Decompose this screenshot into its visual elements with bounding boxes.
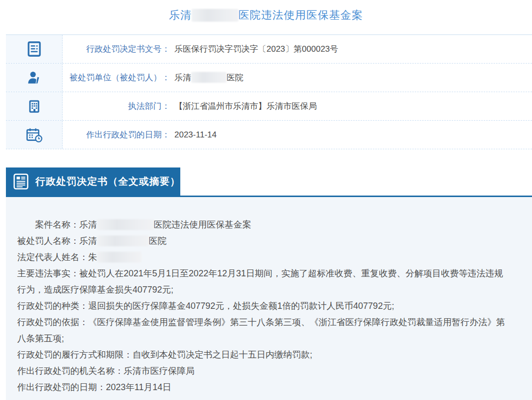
page-title: 乐清医院违法使用医保基金案 — [0, 7, 532, 23]
row-icon-cell — [6, 92, 63, 120]
row-value: 【浙江省温州市乐清市】乐清市医保局 — [174, 100, 317, 112]
facts-line: 主要违法事实：被处罚人在2021年5月1日至2022年12月31日期间，实施了超… — [17, 266, 505, 298]
redacted-text — [191, 72, 227, 83]
table-row: 被处罚单位（被处罚人）： 乐清医院 — [6, 64, 532, 92]
row-label: 执法部门： — [63, 100, 170, 112]
redacted-text — [192, 9, 238, 22]
row-value: 乐医保行罚决字罚决字〔2023〕第000023号 — [174, 43, 338, 55]
row-label: 作出行政处罚的日期： — [63, 129, 170, 140]
fulfillment-line: 行政处罚的履行方式和期限：自收到本处罚决定书之日起十五日内缴纳罚款; — [17, 347, 505, 363]
penalty-basis-line: 行政处罚的依据：《医疗保障基金使用监督管理条例》第三十八条第三项、《浙江省医疗保… — [17, 314, 505, 347]
redacted-text — [97, 219, 154, 230]
case-name-line: 案件名称：乐清医院违法使用医保基金案 — [17, 217, 505, 233]
building-icon — [27, 99, 41, 114]
row-value: 2023-11-14 — [174, 130, 217, 140]
row-icon-cell — [6, 64, 63, 92]
row-icon-cell — [6, 121, 63, 149]
decision-date-line: 作出行政处罚的日期：2023年11月14日 — [17, 379, 505, 396]
decision-section-title: 行政处罚决定书（全文或摘要） — [35, 175, 180, 188]
calendar-clock-icon — [26, 128, 42, 142]
table-row: 行政处罚决定书文号： 乐医保行罚决字罚决字〔2023〕第000023号 — [6, 35, 532, 64]
document-page-icon — [13, 173, 29, 190]
page-title-post: 医院违法使用医保基金案 — [238, 9, 363, 21]
redacted-text — [97, 235, 149, 246]
decision-section-header: 行政处罚决定书（全文或摘要） — [6, 167, 180, 196]
redacted-text — [97, 252, 141, 263]
document-lines-icon — [28, 41, 41, 57]
case-info-table: 行政处罚决定书文号： 乐医保行罚决字罚决字〔2023〕第000023号 被处罚单… — [6, 34, 532, 149]
penalty-type-line: 行政处罚的种类：退回损失的医疗保障基金407792元，处损失金额1倍的罚款计人民… — [17, 298, 505, 314]
row-label: 行政处罚决定书文号： — [63, 43, 170, 55]
punished-name-line: 被处罚人名称：乐清医院 — [17, 233, 505, 249]
row-label: 被处罚单位（被处罚人）： — [63, 72, 170, 83]
row-icon-cell — [6, 35, 63, 63]
table-row: 作出行政处罚的日期： 2023-11-14 — [6, 121, 532, 149]
row-value: 乐清医院 — [174, 72, 243, 83]
table-row: 执法部门： 【浙江省温州市乐清市】乐清市医保局 — [6, 92, 532, 121]
legal-representative-line: 法定代表人姓名：朱 — [17, 249, 505, 266]
person-pen-icon — [27, 70, 41, 85]
decision-panel: 案件名称：乐清医院违法使用医保基金案 被处罚人名称：乐清医院 法定代表人姓名：朱… — [6, 197, 532, 400]
page-title-pre: 乐清 — [169, 9, 192, 21]
authority-name-line: 作出行政处罚的机关名称：乐清市医疗保障局 — [17, 363, 505, 379]
